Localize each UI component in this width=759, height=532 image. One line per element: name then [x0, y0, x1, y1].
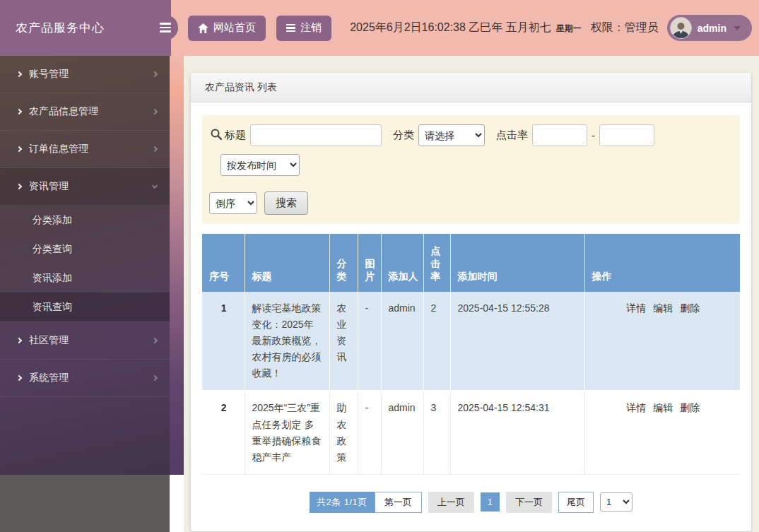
cell-actions: 详情 编辑 删除 — [584, 391, 740, 474]
table-row: 2 2025年“三农”重点任务划定 多重举措确保粮食稳产丰产 助农政策 - ad… — [202, 391, 740, 474]
chevron-down-icon — [152, 182, 158, 188]
permission-text: 权限：管理员 — [591, 20, 659, 35]
range-separator: - — [592, 129, 595, 141]
next-page-button[interactable]: 下一页 — [506, 492, 552, 513]
col-header-seq: 序号 — [202, 234, 245, 292]
pagination: 共2条 1/1页 第一页 上一页 1 下一页 尾页 1 — [202, 492, 740, 513]
category-filter-label: 分类 — [393, 129, 414, 142]
sort-field-select[interactable]: 按发布时间 — [220, 154, 300, 176]
sidebar-item-products[interactable]: 农产品信息管理 — [0, 93, 170, 131]
chevron-right-icon — [152, 109, 158, 114]
chevron-right-icon — [16, 338, 22, 343]
content-panel: 农产品资讯 列表 标题 分类 请选择 点击率 - 按发布时间 — [191, 73, 751, 531]
sidebar-submenu-news: 分类添加 分类查询 资讯添加 资讯查询 — [0, 206, 170, 322]
app-title: 农产品服务中心 — [16, 20, 105, 36]
category-select[interactable]: 请选择 — [418, 124, 485, 146]
chevron-right-icon — [16, 109, 22, 114]
cell-category: 助农政策 — [329, 391, 358, 474]
user-avatar — [670, 17, 692, 39]
col-header-actions: 操作 — [584, 234, 740, 292]
search-icon — [211, 129, 222, 142]
col-header-clicks: 点击率 — [423, 234, 450, 292]
cell-title: 2025年“三农”重点任务划定 多重举措确保粮食稳产丰产 — [245, 391, 329, 474]
chevron-right-icon — [152, 146, 158, 152]
sidebar-item-news[interactable]: 资讯管理 — [0, 168, 170, 206]
logout-icon — [286, 24, 295, 32]
delete-link[interactable]: 删除 — [680, 302, 700, 314]
sidebar-item-news-query[interactable]: 资讯查询 — [0, 292, 170, 321]
chevron-right-icon — [152, 338, 158, 343]
sidebar-edge-gradient — [170, 56, 184, 475]
sidebar-item-category-query[interactable]: 分类查询 — [0, 235, 170, 264]
page-number-select[interactable]: 1 — [600, 492, 632, 512]
clicks-min-input[interactable] — [532, 124, 587, 146]
sidebar-item-system[interactable]: 系统管理 — [0, 360, 170, 397]
panel-header: 农产品资讯 列表 — [191, 73, 751, 102]
cell-category: 农业资讯 — [329, 292, 358, 391]
prev-page-button[interactable]: 上一页 — [428, 492, 474, 513]
title-filter-input[interactable] — [250, 124, 382, 146]
cell-clicks: 2 — [423, 292, 450, 391]
caret-down-icon — [734, 26, 741, 30]
home-icon — [198, 23, 208, 33]
edit-link[interactable]: 编辑 — [653, 402, 673, 413]
col-header-time: 添加时间 — [450, 234, 584, 292]
datetime-text: 2025年6月2日16:02:38 乙巳年 五月初七 — [350, 20, 551, 35]
chevron-right-icon — [16, 146, 22, 152]
sidebar-nav: 账号管理 农产品信息管理 订单信息管理 资讯管理 分类添加 分类查询 — [0, 56, 170, 475]
sidebar-edge-bottom — [170, 475, 184, 532]
first-page-button[interactable]: 第一页 — [375, 492, 422, 513]
cell-image: - — [358, 391, 381, 474]
edit-link[interactable]: 编辑 — [653, 302, 673, 314]
username-label: admin — [698, 23, 726, 34]
col-header-addedby: 添加人 — [381, 234, 423, 292]
cell-addedby: admin — [381, 292, 423, 391]
sidebar-item-community[interactable]: 社区管理 — [0, 322, 170, 360]
app-window: 网站首页 注销 2025年6月2日16:02:38 乙巳年 五月初七 星期一 权… — [0, 0, 759, 532]
sidebar-item-orders[interactable]: 订单信息管理 — [0, 131, 170, 168]
panel-title: 农产品资讯 列表 — [205, 81, 277, 94]
datetime-display: 2025年6月2日16:02:38 乙巳年 五月初七 星期一 权限：管理员 — [350, 20, 659, 35]
clicks-max-input[interactable] — [599, 124, 654, 146]
sidebar-item-accounts[interactable]: 账号管理 — [0, 56, 170, 93]
hamburger-icon — [160, 23, 171, 25]
cell-clicks: 3 — [423, 391, 450, 474]
site-home-label: 网站首页 — [213, 21, 256, 35]
sidebar-item-news-add[interactable]: 资讯添加 — [0, 264, 170, 292]
current-page-button[interactable]: 1 — [481, 492, 500, 512]
logout-button[interactable]: 注销 — [276, 16, 331, 41]
chevron-right-icon — [16, 184, 22, 189]
last-page-button[interactable]: 尾页 — [558, 492, 594, 513]
chevron-right-icon — [152, 375, 158, 381]
user-menu[interactable]: admin — [667, 15, 752, 41]
logout-label: 注销 — [300, 21, 322, 35]
table-header-row: 序号 标题 分类 图片 添加人 点击率 添加时间 操作 — [202, 234, 740, 292]
search-button[interactable]: 搜索 — [264, 191, 308, 215]
clicks-filter-label: 点击率 — [496, 129, 528, 142]
cell-seq: 2 — [202, 391, 245, 474]
cell-addedby: admin — [381, 391, 423, 474]
sort-order-select[interactable]: 倒序 — [209, 192, 257, 214]
cell-title: 解读宅基地政策变化：2025年最新政策概览，农村有房的必须收藏！ — [245, 292, 329, 391]
news-table: 序号 标题 分类 图片 添加人 点击率 添加时间 操作 1 解读宅基地政策变化：… — [202, 234, 740, 475]
chevron-right-icon — [16, 375, 22, 381]
delete-link[interactable]: 删除 — [680, 402, 700, 413]
detail-link[interactable]: 详情 — [626, 402, 646, 413]
col-header-image: 图片 — [358, 234, 381, 292]
detail-link[interactable]: 详情 — [626, 302, 646, 314]
sidebar-item-category-add[interactable]: 分类添加 — [0, 206, 170, 235]
table-row: 1 解读宅基地政策变化：2025年最新政策概览，农村有房的必须收藏！ 农业资讯 … — [202, 292, 740, 391]
weekday-text: 星期一 — [556, 23, 582, 35]
chevron-right-icon — [152, 71, 158, 77]
chevron-right-icon — [16, 71, 22, 77]
col-header-category: 分类 — [329, 234, 358, 292]
cell-seq: 1 — [202, 292, 245, 391]
site-home-button[interactable]: 网站首页 — [188, 16, 266, 41]
filter-bar: 标题 分类 请选择 点击率 - 按发布时间 倒序 搜索 — [202, 115, 740, 224]
pagination-summary: 共2条 1/1页 — [310, 492, 375, 513]
app-logo: 农产品服务中心 — [0, 0, 171, 56]
title-filter-label: 标题 — [225, 129, 246, 142]
cell-image: - — [358, 292, 381, 391]
cell-actions: 详情 编辑 删除 — [584, 292, 740, 391]
sidebar-toggle-button[interactable] — [153, 15, 178, 40]
